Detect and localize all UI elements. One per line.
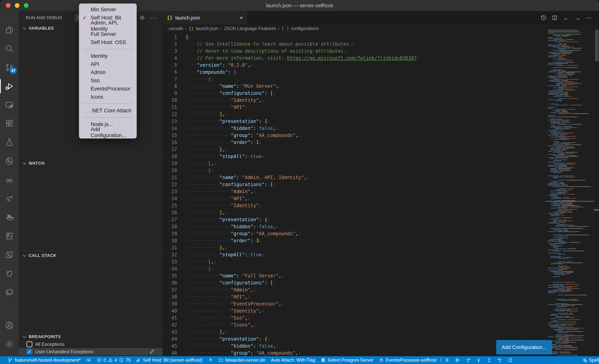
split-editor-icon[interactable] <box>551 14 558 21</box>
activity-item-remote-explorer[interactable] <box>0 96 19 114</box>
flame-status[interactable] <box>205 356 216 364</box>
git-branch-status[interactable]: feature/self-hosted-development* <box>5 356 83 364</box>
minimap-row <box>553 35 560 36</box>
menu-item[interactable]: Min Server <box>80 5 135 14</box>
menu-item[interactable]: Admin, API, Identity <box>80 22 135 30</box>
debug-continue-button[interactable] <box>453 356 462 364</box>
minimap-row <box>564 327 574 328</box>
activity-item-window-panels[interactable] <box>0 283 19 302</box>
spell-checker-status[interactable]: Spell <box>580 356 599 364</box>
sidebar-more-actions-icon[interactable]: ··· <box>150 15 158 21</box>
activity-item-explorer[interactable] <box>0 21 19 39</box>
debug-settings-gear-icon[interactable] <box>139 15 145 21</box>
minimap-row <box>563 218 572 218</box>
auto-attach-status[interactable]: Auto Attach: With Flag <box>268 356 318 364</box>
section-watch[interactable]: WATCH <box>23 161 44 166</box>
close-tab-icon[interactable]: × <box>239 14 243 21</box>
minimap-row <box>558 254 565 255</box>
navigate-back-icon[interactable]: ← <box>563 14 569 21</box>
minimap-row <box>553 282 562 283</box>
section-breakpoints[interactable]: BREAKPOINTS <box>23 334 61 339</box>
checkbox-unchecked[interactable] <box>26 341 32 347</box>
activity-item-accounts[interactable] <box>0 316 19 335</box>
postgres-status[interactable]: Select Postgres Server <box>318 356 376 364</box>
minimap-row <box>550 219 557 219</box>
minimap-row <box>548 93 560 94</box>
breakpoint-all-exceptions[interactable]: All Exceptions <box>19 341 162 348</box>
debug-restart-button[interactable] <box>495 356 504 364</box>
activity-item-live-share[interactable] <box>0 189 19 208</box>
minimap-row <box>550 78 558 79</box>
checkbox-checked[interactable]: ✓ <box>26 349 32 355</box>
menu-item[interactable]: Identity <box>80 52 135 60</box>
activity-item-circle-branch[interactable] <box>0 152 19 170</box>
menu-item[interactable]: Icons <box>80 93 135 101</box>
server-stack-icon <box>321 358 326 363</box>
minimap-row <box>555 109 566 110</box>
activity-item-run-and-debug[interactable] <box>0 77 19 96</box>
debug-pause-button[interactable] <box>443 356 451 364</box>
minimap[interactable] <box>546 30 594 356</box>
activity-item-json-tools[interactable] <box>0 170 19 189</box>
menu-item[interactable]: Self Host: OSS <box>80 38 135 46</box>
minimap-row <box>555 190 566 190</box>
activity-item-postgresql[interactable] <box>0 264 19 283</box>
editor-scrollbar[interactable] <box>595 30 599 61</box>
minimap-row <box>567 98 578 99</box>
debug-step-over-button[interactable] <box>464 356 472 364</box>
minimap-row <box>567 309 579 309</box>
activity-item-testing[interactable] <box>0 133 19 152</box>
edit-pencil-icon[interactable] <box>149 349 155 355</box>
more-actions-icon[interactable]: ⋯ <box>585 14 592 21</box>
menu-item[interactable]: Sso <box>80 76 135 85</box>
minimap-row <box>548 250 559 250</box>
section-call-stack[interactable]: CALL STACK <box>23 253 57 258</box>
menu-item[interactable]: .NET Core Attach <box>80 107 135 115</box>
activity-item-database-project[interactable] <box>0 227 19 245</box>
minimap-row <box>558 192 568 192</box>
menu-item[interactable]: Add Configuration... <box>80 128 135 137</box>
minimap-row <box>561 84 575 85</box>
debug-step-into-button[interactable] <box>474 356 483 364</box>
code-line: 4····//·For·more·information,·visit:·htt… <box>163 55 419 62</box>
menu-item[interactable]: Full Server <box>80 30 135 38</box>
activity-item-settings[interactable] <box>0 335 19 354</box>
menu-item[interactable]: EventsProcessor <box>80 85 135 93</box>
menu-item[interactable]: API <box>80 60 135 68</box>
section-variables[interactable]: VARIABLES <box>23 26 54 31</box>
activity-item-docker[interactable] <box>0 208 19 227</box>
debug-step-out-button[interactable] <box>485 356 493 364</box>
breadcrumb-item[interactable]: .vscode <box>168 26 183 31</box>
timeline-icon[interactable] <box>540 14 547 21</box>
breadcrumb-item[interactable]: launch.json <box>195 26 218 31</box>
activity-item-search[interactable] <box>0 39 19 58</box>
activity-item-source-control[interactable]: 47 <box>0 58 19 77</box>
minimap-row <box>562 228 584 229</box>
solution-status[interactable]: bitwarden-server.sln <box>216 356 268 364</box>
minimap-row <box>566 289 571 290</box>
add-configuration-button[interactable]: Add Configuration... <box>496 340 552 355</box>
sync-status[interactable] <box>83 356 94 364</box>
minimap-row <box>553 320 558 321</box>
minimap-row <box>555 348 561 349</box>
debug-stop-button[interactable] <box>506 356 515 364</box>
line-number: 2 <box>163 41 177 48</box>
problems[interactable]: 0475 <box>94 356 133 364</box>
menu-item[interactable]: Admin <box>80 68 135 76</box>
debug-config-status[interactable]: Self Host: Bit (server-selfhost) <box>133 356 205 364</box>
tab-launch-json[interactable]: {} launch.json × <box>163 11 247 25</box>
minimap-row <box>553 34 564 35</box>
line-number: 23 <box>163 188 177 195</box>
events-processor-status[interactable]: EventsProcessor-selfhost <box>376 356 439 364</box>
breadcrumb-item[interactable]: JSON Language Features <box>224 26 276 31</box>
activity-item-extensions[interactable] <box>0 114 19 133</box>
activity-item-powershell[interactable] <box>0 245 19 264</box>
breadcrumb-item[interactable]: configurations <box>291 26 319 31</box>
minimap-row <box>559 137 569 138</box>
error-icon <box>97 358 102 363</box>
breakpoint-user-unhandled-exceptions[interactable]: ✓ User-Unhandled Exceptions <box>19 348 162 355</box>
minimap-row <box>553 272 565 273</box>
navigate-forward-icon[interactable]: → <box>574 14 581 21</box>
minimap-row <box>564 282 575 283</box>
minimap-row <box>550 182 557 183</box>
